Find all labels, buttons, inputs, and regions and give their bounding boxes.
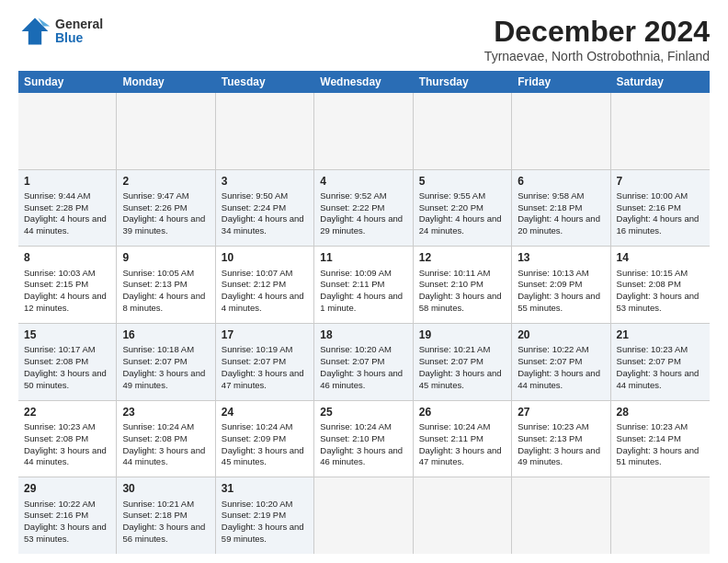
daylight-text: Daylight: 4 hours and 12 minutes.	[24, 291, 107, 313]
sunrise-text: Sunrise: 10:20 AM	[222, 499, 293, 509]
calendar-cell-w1-d3	[216, 93, 314, 169]
calendar-cell-w3-d7: 14Sunrise: 10:15 AMSunset: 2:08 PMDaylig…	[611, 247, 710, 323]
calendar-cell-w1-d5	[414, 93, 512, 169]
sunrise-text: Sunrise: 9:44 AM	[24, 190, 90, 201]
daylight-text: Daylight: 3 hours and 49 minutes.	[122, 368, 205, 390]
sunrise-text: Sunrise: 10:23 AM	[617, 344, 688, 354]
day-number: 5	[419, 174, 506, 189]
sunrise-text: Sunrise: 10:19 AM	[222, 344, 293, 354]
daylight-text: Daylight: 3 hours and 58 minutes.	[419, 291, 502, 313]
calendar-cell-w6-d7	[611, 477, 710, 554]
sunrise-text: Sunrise: 10:07 AM	[222, 268, 293, 278]
daylight-text: Daylight: 4 hours and 24 minutes.	[419, 213, 502, 236]
header-sunday: Sunday	[18, 71, 117, 93]
calendar-cell-w1-d1	[18, 93, 117, 169]
daylight-text: Daylight: 3 hours and 55 minutes.	[518, 291, 600, 313]
sunset-text: Sunset: 2:28 PM	[24, 202, 88, 213]
header-thursday: Thursday	[414, 71, 512, 93]
day-number: 10	[222, 250, 308, 265]
calendar-cell-w2-d3: 3Sunrise: 9:50 AMSunset: 2:24 PMDaylight…	[216, 170, 314, 247]
daylight-text: Daylight: 3 hours and 46 minutes.	[320, 445, 403, 467]
calendar-cell-w2-d5: 5Sunrise: 9:55 AMSunset: 2:20 PMDaylight…	[414, 170, 512, 247]
daylight-text: Daylight: 3 hours and 49 minutes.	[518, 445, 600, 467]
sunset-text: Sunset: 2:08 PM	[617, 279, 681, 289]
sunset-text: Sunset: 2:11 PM	[320, 279, 384, 289]
daylight-text: Daylight: 4 hours and 29 minutes.	[320, 213, 403, 236]
sunset-text: Sunset: 2:18 PM	[518, 202, 582, 213]
daylight-text: Daylight: 3 hours and 59 minutes.	[222, 522, 304, 544]
calendar-cell-w2-d7: 7Sunrise: 10:00 AMSunset: 2:16 PMDayligh…	[611, 170, 710, 247]
sunset-text: Sunset: 2:16 PM	[617, 202, 681, 213]
sunset-text: Sunset: 2:16 PM	[24, 510, 88, 520]
daylight-text: Daylight: 3 hours and 45 minutes.	[222, 445, 304, 467]
calendar-cell-w5-d6: 27Sunrise: 10:23 AMSunset: 2:13 PMDaylig…	[512, 401, 610, 477]
sunset-text: Sunset: 2:11 PM	[419, 433, 483, 443]
daylight-text: Daylight: 4 hours and 16 minutes.	[617, 213, 700, 236]
header-wednesday: Wednesday	[314, 71, 413, 93]
calendar-cell-w2-d6: 6Sunrise: 9:58 AMSunset: 2:18 PMDaylight…	[512, 170, 610, 247]
sunset-text: Sunset: 2:18 PM	[122, 510, 187, 520]
daylight-text: Daylight: 3 hours and 44 minutes.	[122, 445, 205, 467]
calendar-cell-w6-d5	[414, 477, 512, 554]
calendar-week-6: 29Sunrise: 10:22 AMSunset: 2:16 PMDaylig…	[18, 477, 710, 554]
day-number: 15	[24, 327, 110, 342]
daylight-text: Daylight: 4 hours and 39 minutes.	[122, 213, 205, 236]
header-friday: Friday	[512, 71, 610, 93]
day-number: 11	[320, 250, 406, 265]
daylight-text: Daylight: 3 hours and 53 minutes.	[24, 522, 107, 544]
sunrise-text: Sunrise: 10:24 AM	[222, 421, 293, 431]
daylight-text: Daylight: 3 hours and 51 minutes.	[617, 445, 700, 467]
daylight-text: Daylight: 4 hours and 20 minutes.	[518, 213, 600, 236]
calendar-week-1	[18, 93, 710, 170]
calendar-week-2: 1Sunrise: 9:44 AMSunset: 2:28 PMDaylight…	[18, 170, 710, 247]
sunrise-text: Sunrise: 10:22 AM	[518, 344, 589, 354]
sunset-text: Sunset: 2:07 PM	[617, 356, 681, 366]
sunrise-text: Sunrise: 10:05 AM	[122, 268, 194, 278]
sunset-text: Sunset: 2:22 PM	[320, 202, 384, 213]
day-number: 16	[122, 327, 209, 342]
day-number: 26	[419, 405, 506, 419]
logo-text: General Blue	[55, 17, 103, 46]
day-number: 6	[518, 174, 604, 189]
day-number: 7	[617, 174, 704, 189]
calendar-cell-w3-d6: 13Sunrise: 10:13 AMSunset: 2:09 PMDaylig…	[512, 247, 610, 323]
sunset-text: Sunset: 2:08 PM	[24, 356, 88, 366]
sunrise-text: Sunrise: 10:00 AM	[617, 190, 688, 201]
day-number: 20	[518, 327, 604, 342]
daylight-text: Daylight: 3 hours and 47 minutes.	[222, 368, 304, 390]
day-number: 3	[222, 174, 308, 189]
sunrise-text: Sunrise: 10:18 AM	[122, 344, 194, 354]
sunset-text: Sunset: 2:07 PM	[122, 356, 187, 366]
calendar-cell-w6-d6	[512, 477, 610, 554]
sunrise-text: Sunrise: 10:15 AM	[617, 268, 688, 278]
calendar-cell-w3-d2: 9Sunrise: 10:05 AMSunset: 2:13 PMDayligh…	[117, 247, 215, 323]
sunset-text: Sunset: 2:10 PM	[419, 279, 483, 289]
calendar-cell-w6-d1: 29Sunrise: 10:22 AMSunset: 2:16 PMDaylig…	[18, 477, 117, 554]
day-number: 1	[24, 174, 110, 189]
page: General Blue December 2024 Tyrnaevae, No…	[0, 0, 728, 563]
day-number: 21	[617, 327, 704, 342]
calendar-cell-w5-d3: 24Sunrise: 10:24 AMSunset: 2:09 PMDaylig…	[216, 401, 314, 477]
day-number: 13	[518, 250, 604, 265]
sunrise-text: Sunrise: 10:21 AM	[122, 499, 194, 509]
sunset-text: Sunset: 2:13 PM	[122, 279, 187, 289]
sunrise-text: Sunrise: 9:47 AM	[122, 190, 188, 201]
calendar-cell-w5-d5: 26Sunrise: 10:24 AMSunset: 2:11 PMDaylig…	[414, 401, 512, 477]
day-number: 23	[122, 405, 209, 419]
calendar-cell-w2-d1: 1Sunrise: 9:44 AMSunset: 2:28 PMDaylight…	[18, 170, 117, 247]
calendar: Sunday Monday Tuesday Wednesday Thursday…	[18, 71, 710, 554]
sunrise-text: Sunrise: 10:23 AM	[617, 421, 688, 431]
sunrise-text: Sunrise: 9:58 AM	[518, 190, 584, 201]
sunset-text: Sunset: 2:20 PM	[419, 202, 483, 213]
calendar-week-3: 8Sunrise: 10:03 AMSunset: 2:15 PMDayligh…	[18, 247, 710, 324]
calendar-cell-w4-d1: 15Sunrise: 10:17 AMSunset: 2:08 PMDaylig…	[18, 324, 117, 400]
header-tuesday: Tuesday	[216, 71, 314, 93]
main-title: December 2024	[484, 15, 710, 49]
daylight-text: Daylight: 3 hours and 56 minutes.	[122, 522, 205, 544]
calendar-cell-w3-d1: 8Sunrise: 10:03 AMSunset: 2:15 PMDayligh…	[18, 247, 117, 323]
daylight-text: Daylight: 3 hours and 46 minutes.	[320, 368, 403, 390]
calendar-cell-w4-d4: 18Sunrise: 10:20 AMSunset: 2:07 PMDaylig…	[314, 324, 413, 400]
sunrise-text: Sunrise: 10:20 AM	[320, 344, 392, 354]
daylight-text: Daylight: 4 hours and 4 minutes.	[222, 291, 304, 313]
calendar-cell-w5-d7: 28Sunrise: 10:23 AMSunset: 2:14 PMDaylig…	[611, 401, 710, 477]
